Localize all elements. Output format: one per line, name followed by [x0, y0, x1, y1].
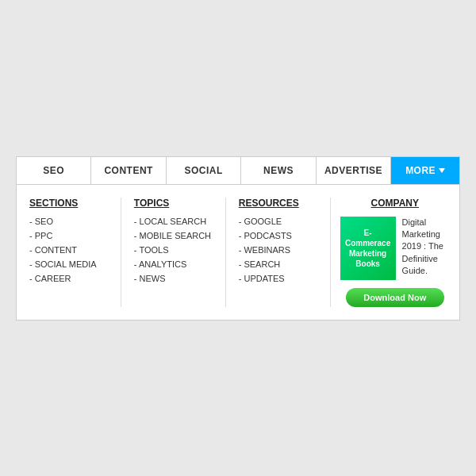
topics-header: TOPICS: [134, 198, 213, 209]
topics-item-5[interactable]: - NEWS: [134, 274, 213, 283]
book-description: Digital Marketing 2019 : The Definitive …: [402, 217, 450, 280]
topics-column: TOPICS - LOCAL SEARCH - MOBILE SEARCH - …: [121, 198, 226, 307]
company-column: COMPANY E-Commerace Marketing Books Digi…: [331, 198, 459, 307]
nav-container: SEO CONTENT SOCIAL NEWS ADVERTISE MORE S…: [16, 156, 460, 321]
sections-header: SECTIONS: [29, 198, 108, 209]
tab-more[interactable]: MORE: [391, 157, 459, 184]
download-button[interactable]: Download Now: [346, 288, 445, 307]
tab-news[interactable]: NEWS: [241, 157, 316, 184]
resources-header: RESOURCES: [239, 198, 317, 209]
sections-item-5[interactable]: - CAREER: [29, 274, 108, 283]
topics-item-2[interactable]: - MOBILE SEARCH: [134, 231, 213, 240]
resources-item-4[interactable]: - SEARCH: [239, 259, 317, 269]
tab-seo[interactable]: SEO: [17, 157, 91, 184]
book-cover[interactable]: E-Commerace Marketing Books: [340, 217, 396, 280]
sections-item-3[interactable]: - CONTENT: [29, 245, 108, 255]
resources-item-1[interactable]: - GOOGLE: [239, 217, 317, 226]
chevron-down-icon: [439, 168, 445, 173]
sections-column: SECTIONS - SEO - PPC - CONTENT - SOCIAL …: [17, 198, 121, 307]
resources-item-5[interactable]: - UPDATES: [239, 274, 317, 283]
topics-item-4[interactable]: - ANALYTICS: [134, 259, 213, 269]
topics-item-1[interactable]: - LOCAL SEARCH: [134, 217, 213, 226]
company-body: E-Commerace Marketing Books Digital Mark…: [340, 217, 450, 280]
topics-item-3[interactable]: - TOOLS: [134, 245, 213, 255]
company-header: COMPANY: [371, 198, 419, 209]
tab-social[interactable]: SOCIAL: [167, 157, 241, 184]
dropdown-panel: SECTIONS - SEO - PPC - CONTENT - SOCIAL …: [17, 185, 459, 320]
sections-item-4[interactable]: - SOCIAL MEDIA: [29, 259, 108, 269]
sections-item-1[interactable]: - SEO: [29, 217, 108, 226]
nav-tabs: SEO CONTENT SOCIAL NEWS ADVERTISE MORE: [17, 157, 459, 185]
tab-advertise[interactable]: ADVERTISE: [317, 157, 391, 184]
resources-item-3[interactable]: - WEBINARS: [239, 245, 317, 255]
tab-content[interactable]: CONTENT: [91, 157, 166, 184]
resources-item-2[interactable]: - PODCASTS: [239, 231, 317, 240]
resources-column: RESOURCES - GOOGLE - PODCASTS - WEBINARS…: [226, 198, 331, 307]
sections-item-2[interactable]: - PPC: [29, 231, 108, 240]
